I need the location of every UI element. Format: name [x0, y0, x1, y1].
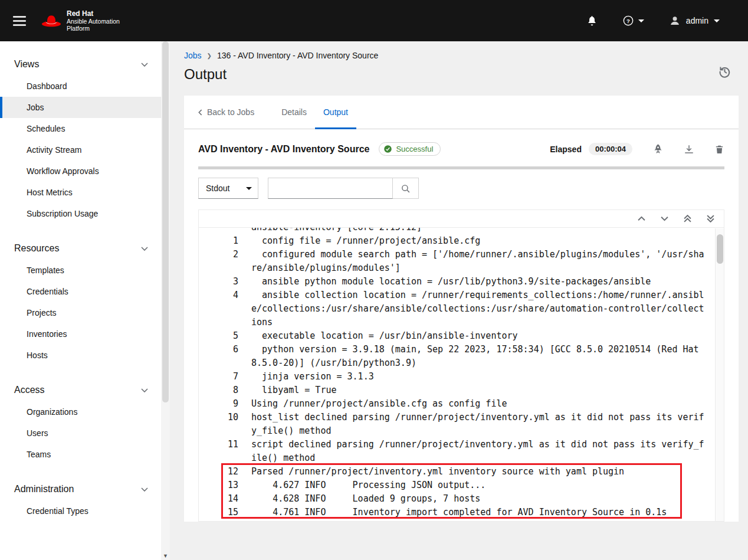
back-to-jobs-label: Back to Jobs: [207, 107, 254, 117]
job-header: AVD Inventory - AVD Inventory Source Suc…: [184, 129, 739, 162]
sidebar-group-administration[interactable]: Administration: [0, 478, 161, 500]
log-line-text: ansible collection location = /runner/re…: [251, 289, 704, 329]
sidebar-item-templates[interactable]: Templates: [0, 260, 161, 281]
log-line-number[interactable]: 4: [199, 289, 238, 302]
log-line-number[interactable]: 15: [199, 506, 238, 519]
double-chevron-down-icon: [707, 215, 714, 222]
log-toolbar: [199, 210, 724, 228]
scroll-bottom-button[interactable]: [707, 215, 714, 222]
log-line-text: executable location = /usr/bin/ansible-i…: [251, 329, 704, 343]
log-line: ansible-inventory [core 2.15.12]: [199, 228, 715, 234]
brand-logo[interactable]: Red Hat Ansible Automation Platform: [41, 9, 120, 32]
sidebar-item-jobs[interactable]: Jobs: [0, 97, 161, 118]
job-progress-bar: [198, 166, 724, 169]
log-line-number[interactable]: 1: [199, 234, 238, 248]
chevron-down-icon: [661, 216, 668, 221]
log-line-number[interactable]: 6: [199, 343, 238, 356]
chevron-down-icon: [141, 487, 148, 492]
breadcrumb-item-jobs[interactable]: Jobs: [184, 51, 202, 60]
tab-output[interactable]: Output: [315, 96, 356, 129]
sidebar-item-schedules[interactable]: Schedules: [0, 118, 161, 139]
help-menu-button[interactable]: ?: [618, 10, 649, 31]
scroll-next-button[interactable]: [661, 216, 668, 221]
stdout-select[interactable]: Stdout: [198, 178, 258, 199]
log-line-number[interactable]: 14: [199, 492, 238, 506]
log-line-number[interactable]: 8: [199, 384, 238, 397]
sidebar-item-credentials[interactable]: Credentials: [0, 281, 161, 302]
log-line: 9Using /runner/project/ansible.cfg as co…: [199, 397, 715, 411]
log-scrollbar-thumb[interactable]: [717, 234, 723, 264]
sidebar-item-teams[interactable]: Teams: [0, 444, 161, 465]
scroll-down-arrow-icon[interactable]: ▼: [161, 553, 170, 559]
sidebar-item-organizations[interactable]: Organizations: [0, 401, 161, 423]
sidebar-scrollbar[interactable]: ▼: [161, 41, 170, 560]
sidebar-item-inventories[interactable]: Inventories: [0, 323, 161, 345]
log-line-number[interactable]: 12: [199, 465, 238, 479]
help-icon: ?: [622, 15, 634, 27]
notifications-button[interactable]: [582, 10, 602, 31]
sidebar-scrollbar-thumb[interactable]: [162, 41, 169, 402]
log-line: 8 libyaml = True: [199, 384, 715, 397]
log-line: 6 python version = 3.9.18 (main, Sep 22 …: [199, 343, 715, 370]
log-line-text: Using /runner/project/ansible.cfg as con…: [251, 397, 704, 411]
log-line: 1 config file = /runner/project/ansible.…: [199, 234, 715, 248]
sidebar-item-activity-stream[interactable]: Activity Stream: [0, 139, 161, 161]
sidebar: ViewsDashboardJobsSchedulesActivity Stre…: [0, 41, 170, 560]
brand-line1: Red Hat: [67, 9, 120, 18]
log-line-number[interactable]: 7: [199, 370, 238, 384]
output-toolbar: Stdout: [198, 178, 724, 199]
log-line-number[interactable]: 11: [199, 438, 238, 451]
log-scrollbar[interactable]: [715, 228, 724, 521]
sidebar-item-users[interactable]: Users: [0, 423, 161, 444]
check-circle-icon: [383, 145, 392, 153]
chevron-down-icon: [638, 19, 644, 22]
sidebar-group-label: Administration: [14, 484, 74, 494]
delete-job-button[interactable]: [714, 144, 724, 155]
log-line: 12Parsed /runner/project/inventory.yml i…: [199, 465, 715, 479]
log-line-number[interactable]: 2: [199, 248, 238, 261]
sidebar-item-host-metrics[interactable]: Host Metrics: [0, 182, 161, 203]
hamburger-icon: [13, 16, 26, 26]
tab-details[interactable]: Details: [273, 96, 315, 129]
search-input[interactable]: [268, 178, 393, 199]
sidebar-item-credential-types[interactable]: Credential Types: [0, 500, 161, 522]
scroll-top-button[interactable]: [684, 215, 691, 222]
log-line: 7 jinja version = 3.1.3: [199, 370, 715, 384]
sidebar-group-access[interactable]: Access: [0, 379, 161, 401]
elapsed-value-badge: 00:00:04: [589, 143, 632, 155]
rocket-icon: [652, 143, 664, 155]
user-menu-button[interactable]: admin: [664, 10, 724, 31]
bell-icon: [586, 15, 598, 27]
sidebar-item-hosts[interactable]: Hosts: [0, 345, 161, 366]
log-line: 2 configured module search path = ['/hom…: [199, 248, 715, 275]
sidebar-group-views[interactable]: Views: [0, 53, 161, 76]
sidebar-group-resources[interactable]: Resources: [0, 237, 161, 260]
search-button[interactable]: [393, 178, 419, 199]
sidebar-item-projects[interactable]: Projects: [0, 302, 161, 323]
back-to-jobs-link[interactable]: Back to Jobs: [198, 96, 263, 129]
sidebar-item-workflow-approvals[interactable]: Workflow Approvals: [0, 161, 161, 182]
double-chevron-up-icon: [684, 215, 691, 222]
brand-line3: Platform: [67, 25, 120, 32]
log-line: 4 ansible collection location = /runner/…: [199, 289, 715, 329]
log-line-number[interactable]: 3: [199, 275, 238, 289]
sidebar-item-dashboard[interactable]: Dashboard: [0, 76, 161, 97]
brand-line2: Ansible Automation: [67, 18, 120, 25]
log-line-text: python version = 3.9.18 (main, Sep 22 20…: [251, 343, 704, 370]
relaunch-button[interactable]: [652, 143, 664, 155]
log-line-number[interactable]: 5: [199, 329, 238, 343]
status-badge: Successful: [379, 142, 441, 156]
log-lines: ansible-inventory [core 2.15.12]1 config…: [199, 228, 715, 519]
sidebar-item-subscription-usage[interactable]: Subscription Usage: [0, 203, 161, 224]
breadcrumb-separator: ❯: [207, 53, 212, 59]
log-line-number[interactable]: 9: [199, 397, 238, 411]
nav-toggle-button[interactable]: [6, 7, 33, 34]
log-line-text: 4.628 INFO Loaded 9 groups, 7 hosts: [251, 492, 704, 506]
log-line-number[interactable]: 13: [199, 479, 238, 492]
download-output-button[interactable]: [684, 144, 694, 155]
history-button[interactable]: [718, 65, 731, 80]
log-line: 3 ansible python module location = /usr/…: [199, 275, 715, 289]
log-line-number[interactable]: 10: [199, 411, 238, 424]
scroll-previous-button[interactable]: [638, 216, 645, 221]
breadcrumb-item-136-avd-inventory-avd-inventory-source: 136 - AVD Inventory - AVD Inventory Sour…: [217, 51, 378, 60]
